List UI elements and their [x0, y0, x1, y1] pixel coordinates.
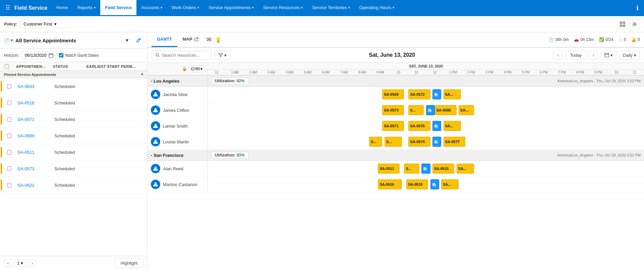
td-appointment[interactable]: SA-0621 — [15, 183, 52, 188]
nav-item-accounts[interactable]: Accounts ▾ — [136, 0, 167, 16]
territory-collapse-icon[interactable]: - — [151, 79, 152, 84]
filter-icon-button[interactable]: ▼ — [122, 36, 132, 45]
td-appointment[interactable]: SA-0633 — [15, 84, 52, 89]
gantt-appointment-bar[interactable]: SA... — [459, 105, 474, 115]
td-appointment[interactable]: SA-0569 — [15, 133, 52, 138]
gantt-appointment-bar[interactable]: SA-0572 — [408, 89, 430, 99]
table-row[interactable]: SA-0511 Scheduled — [0, 144, 147, 161]
time-slot: 8 PM — [571, 70, 589, 75]
gantt-appointment-bar[interactable] — [432, 137, 441, 147]
interval-select[interactable]: 60 ▾ — [188, 65, 205, 72]
td-appointment[interactable]: SA-0511 — [15, 150, 52, 155]
gantt-appointment-bar[interactable]: SA-0571 — [382, 121, 404, 131]
next-page-button[interactable]: › — [28, 259, 36, 267]
row-color-bar — [1, 180, 2, 190]
row-checkbox[interactable] — [7, 84, 11, 89]
nav-item-work-orders[interactable]: Work Orders ▾ — [167, 0, 204, 16]
gantt-appointment-bar[interactable]: SA-0580 — [435, 105, 457, 115]
prev-date-button[interactable]: ‹ — [553, 50, 563, 60]
horizon-date-input[interactable]: 06/13/2020 — [22, 51, 56, 59]
scan-icon-button[interactable] — [617, 19, 628, 30]
policy-select[interactable]: Customer First ▾ — [20, 20, 67, 28]
td-appointment[interactable]: SA-0516 — [15, 100, 52, 105]
settings-icon-button[interactable] — [629, 19, 640, 30]
select-all-checkbox[interactable] — [5, 64, 9, 69]
app-launcher-icon[interactable]: ⠿ — [3, 4, 13, 12]
nav-item-service-resources[interactable]: Service Resources ▾ — [258, 0, 307, 16]
gantt-appointment-bar[interactable]: SA... — [441, 179, 459, 189]
gantt-container[interactable]: 🔒 60 ▾ SAT, JUNE 1 — [148, 63, 644, 270]
table-row[interactable]: SA-0516 Scheduled — [0, 95, 147, 111]
svg-point-15 — [428, 111, 429, 113]
page-select[interactable]: 1 ▾ — [14, 260, 26, 267]
today-button[interactable]: Today — [566, 51, 586, 60]
row-checkbox[interactable] — [7, 117, 11, 122]
gantt-appointment-bar[interactable] — [426, 105, 435, 115]
lightbulb-icon-button[interactable]: 💡 — [215, 37, 222, 43]
gantt-filter-button[interactable]: ▾ — [215, 51, 230, 60]
row-checkbox[interactable] — [7, 150, 11, 154]
gantt-appointment-bar[interactable]: SA-0516 — [378, 179, 402, 189]
nav-item-reports[interactable]: Reports ▾ — [72, 0, 100, 16]
gantt-appointment-bar[interactable] — [432, 121, 441, 131]
row-checkbox[interactable] — [7, 167, 11, 171]
gantt-appointment-bar[interactable]: SA-0574 — [408, 137, 430, 147]
row-checkbox[interactable] — [7, 101, 11, 105]
gantt-appointment-bar[interactable]: SA-0576 — [408, 121, 430, 131]
gantt-appointment-bar[interactable]: SA... — [444, 89, 461, 99]
gantt-appointment-bar[interactable]: SA-0511 — [378, 164, 400, 174]
nav-item-home[interactable]: Home — [52, 0, 73, 16]
tab-map[interactable]: MAP — [177, 32, 204, 47]
svg-rect-0 — [620, 22, 622, 24]
app-name: Field Service — [13, 5, 52, 11]
gantt-appointment-bar[interactable]: S... — [385, 137, 402, 147]
calendar-view-select[interactable]: ▾ — [601, 51, 617, 60]
gantt-appointment-bar[interactable]: SA-0573 — [382, 105, 404, 115]
nav-item-service-territories[interactable]: Service Territories ▾ — [307, 0, 355, 16]
info-icon[interactable]: ℹ — [634, 4, 641, 12]
gantt-appointment-bar[interactable]: SA-0515 — [432, 164, 454, 174]
mail-icon-button[interactable]: ✉ — [207, 36, 212, 43]
gantt-appointment-bar[interactable]: SA... — [444, 121, 461, 131]
nav-item-operating-hours[interactable]: Operating Hours ▾ — [355, 0, 399, 16]
match-gantt-checkbox-label[interactable]: Match Gantt Dates — [59, 53, 99, 58]
highlight-button[interactable]: Highlight — [115, 258, 143, 268]
table-row[interactable]: SA-0569 Scheduled — [0, 128, 147, 144]
table-row[interactable]: SA-0621 Scheduled — [0, 177, 147, 193]
search-resources-input[interactable]: Search resources... — [152, 51, 212, 60]
match-gantt-checkbox[interactable] — [59, 53, 63, 57]
schedule-view-toggle[interactable]: 🕐 ▾ — [4, 36, 13, 45]
gantt-appointment-bar[interactable] — [430, 179, 439, 189]
edit-icon-button[interactable] — [134, 36, 143, 45]
territory-row-la: - Los Angeles Utilization: 92% America/L… — [148, 76, 644, 87]
nav-item-field-service[interactable]: Field Service — [100, 0, 136, 16]
td-appointment[interactable]: SA-0573 — [15, 166, 52, 171]
table-row[interactable]: SA-0573 Scheduled — [0, 161, 147, 177]
gantt-appointment-bar[interactable] — [421, 164, 430, 174]
horizon-label: Horizon: — [4, 53, 19, 58]
territory-collapse-icon[interactable]: - — [151, 153, 152, 158]
row-color-bar — [1, 114, 2, 125]
tab-gantt[interactable]: GANTT — [152, 32, 177, 47]
gantt-appointment-bar[interactable]: SA... — [457, 164, 474, 174]
gantt-appointment-bar[interactable]: SA-0577 — [444, 137, 465, 147]
svg-point-19 — [435, 127, 436, 128]
gantt-appointment-bar[interactable]: SA-0510 — [406, 179, 428, 189]
next-date-button[interactable]: › — [589, 50, 598, 60]
td-appointment[interactable]: SA-0571 — [15, 117, 52, 122]
nav-item-service-appointments[interactable]: Service Appointments ▾ — [204, 0, 258, 16]
gantt-appointment-bar[interactable]: S... — [369, 137, 382, 147]
prev-page-button[interactable]: ‹ — [4, 259, 12, 267]
gantt-appointment-bar[interactable]: SA-0569 — [382, 89, 404, 99]
table-row[interactable]: SA-0571 Scheduled — [0, 111, 147, 128]
row-checkbox[interactable] — [7, 183, 11, 187]
gantt-appointment-bar[interactable] — [432, 89, 441, 99]
gantt-appointment-bar[interactable]: S... — [408, 105, 424, 115]
td-check — [3, 167, 15, 171]
td-check — [3, 84, 15, 89]
view-type-select[interactable]: Daily ▾ — [619, 51, 640, 60]
svg-point-27 — [424, 170, 425, 171]
gantt-appointment-bar[interactable]: S... — [404, 164, 419, 174]
row-checkbox[interactable] — [7, 134, 11, 138]
table-row[interactable]: SA-0633 Scheduled — [0, 78, 147, 95]
